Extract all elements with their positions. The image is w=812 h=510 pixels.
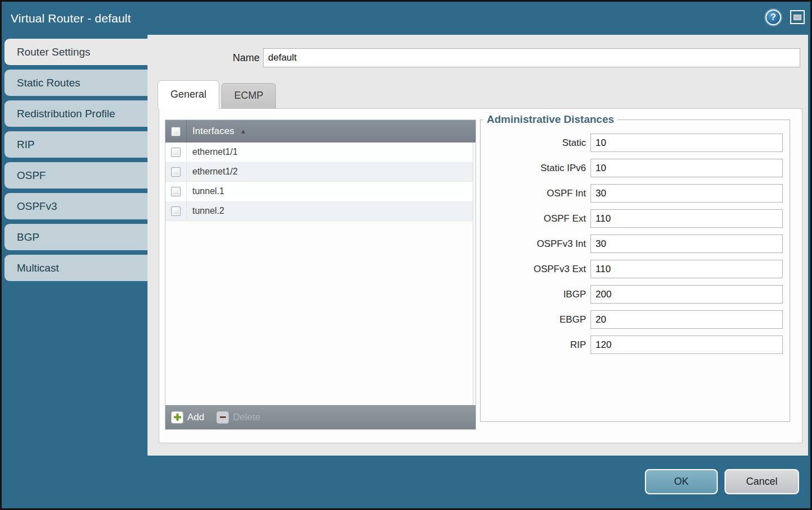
row-checkbox-cell <box>165 143 187 162</box>
ibgp-label: IBGP <box>481 285 586 304</box>
ospf-int-label: OSPF Int <box>481 184 586 203</box>
delete-button[interactable]: Delete <box>216 411 260 424</box>
field-row-ospfv3-ext: OSPFv3 Ext <box>481 260 790 278</box>
field-row-static-ipv6: Static IPv6 <box>481 159 790 177</box>
static-ipv6-label: Static IPv6 <box>481 159 586 177</box>
interfaces-grid-header[interactable]: Interfaces ▲ <box>165 120 476 143</box>
sidebar-item-rip[interactable]: RIP <box>4 131 147 158</box>
row-checkbox-cell <box>165 162 187 181</box>
rip-label: RIP <box>481 336 586 354</box>
row-checkbox[interactable] <box>171 187 181 196</box>
sidebar-item-ospf[interactable]: OSPF <box>4 162 147 189</box>
grid-toolbar: Add Delete <box>165 405 476 429</box>
title-bar: Virtual Router - default ? <box>2 2 810 35</box>
field-row-ebgp: EBGP <box>481 310 790 329</box>
interfaces-grid: Interfaces ▲ ethernet1/1 etherne <box>165 120 476 430</box>
window-restore-icon[interactable] <box>790 10 805 24</box>
cancel-button[interactable]: Cancel <box>725 469 799 494</box>
interfaces-grid-body: ethernet1/1 ethernet1/2 tunnel.1 <box>165 143 476 406</box>
field-row-ibgp: IBGP <box>481 285 790 304</box>
minus-glyph <box>220 416 226 418</box>
grid-scrollbar-track[interactable] <box>473 143 476 405</box>
sidebar-nav: Router Settings Static Routes Redistribu… <box>4 39 147 286</box>
grid-empty-area <box>165 221 476 406</box>
ebgp-distance-input[interactable] <box>590 310 783 329</box>
field-row-ospf-int: OSPF Int <box>481 184 790 203</box>
ebgp-label: EBGP <box>481 310 586 329</box>
name-field-label: Name <box>198 48 260 67</box>
static-label: Static <box>481 134 586 152</box>
add-plus-icon <box>171 411 183 424</box>
field-row-static: Static <box>481 134 790 152</box>
sidebar-item-router-settings[interactable]: Router Settings <box>4 39 147 65</box>
add-button[interactable]: Add <box>171 411 204 424</box>
table-row[interactable]: tunnel.1 <box>165 182 476 201</box>
sidebar-item-static-routes[interactable]: Static Routes <box>4 70 147 96</box>
tab-ecmp[interactable]: ECMP <box>222 83 276 108</box>
interface-name: tunnel.2 <box>187 206 224 216</box>
ospfv3-int-label: OSPFv3 Int <box>481 235 586 253</box>
sidebar-item-ospfv3[interactable]: OSPFv3 <box>4 193 147 219</box>
select-all-checkbox[interactable] <box>171 127 181 136</box>
ok-button[interactable]: OK <box>645 469 718 494</box>
administrative-distances-legend: Administrative Distances <box>483 113 618 126</box>
tab-general[interactable]: General <box>158 80 219 109</box>
ospf-int-distance-input[interactable] <box>590 184 783 203</box>
delete-minus-icon <box>216 411 229 424</box>
sidebar-item-multicast[interactable]: Multicast <box>4 255 147 281</box>
row-checkbox-cell <box>165 201 187 220</box>
content-area: Name General ECMP Interfaces ▲ <box>147 35 808 456</box>
select-all-cell <box>165 120 187 143</box>
virtual-router-dialog: Virtual Router - default ? Router Settin… <box>0 0 812 510</box>
interface-name: tunnel.1 <box>187 186 224 196</box>
dialog-title: Virtual Router - default <box>11 2 131 35</box>
table-row[interactable]: tunnel.2 <box>165 201 476 221</box>
interface-name: ethernet1/1 <box>187 147 238 157</box>
ospfv3-ext-label: OSPFv3 Ext <box>481 260 586 278</box>
window-pane-glyph <box>793 15 801 20</box>
ospfv3-int-distance-input[interactable] <box>590 235 783 253</box>
field-row-rip: RIP <box>481 336 790 354</box>
administrative-distances-group: Administrative Distances Static Static I… <box>480 113 790 422</box>
ospf-ext-label: OSPF Ext <box>481 209 586 228</box>
sidebar-item-redistribution-profile[interactable]: Redistribution Profile <box>4 100 147 127</box>
row-checkbox-cell <box>165 182 187 201</box>
general-tab-panel: Interfaces ▲ ethernet1/1 etherne <box>159 108 802 443</box>
ibgp-distance-input[interactable] <box>590 285 783 304</box>
ospfv3-ext-distance-input[interactable] <box>590 260 783 278</box>
help-icon[interactable]: ? <box>765 10 781 25</box>
delete-button-label: Delete <box>233 412 260 423</box>
static-ipv6-distance-input[interactable] <box>590 159 783 177</box>
field-row-ospf-ext: OSPF Ext <box>481 209 790 228</box>
add-button-label: Add <box>187 412 204 423</box>
static-distance-input[interactable] <box>590 134 783 152</box>
row-checkbox[interactable] <box>171 148 181 157</box>
row-checkbox[interactable] <box>171 206 181 216</box>
name-input[interactable] <box>263 48 800 67</box>
sidebar-item-bgp[interactable]: BGP <box>4 224 147 250</box>
interfaces-column-header[interactable]: Interfaces <box>187 126 234 137</box>
table-row[interactable]: ethernet1/2 <box>165 162 476 182</box>
sort-asc-icon[interactable]: ▲ <box>240 127 247 135</box>
field-row-ospfv3-int: OSPFv3 Int <box>481 235 790 253</box>
distance-fields: Static Static IPv6 OSPF Int OSPF Ext <box>481 134 790 354</box>
row-checkbox[interactable] <box>171 167 181 177</box>
ospf-ext-distance-input[interactable] <box>590 209 783 228</box>
table-row[interactable]: ethernet1/1 <box>165 143 476 162</box>
interface-name: ethernet1/2 <box>187 167 238 177</box>
rip-distance-input[interactable] <box>590 336 783 354</box>
